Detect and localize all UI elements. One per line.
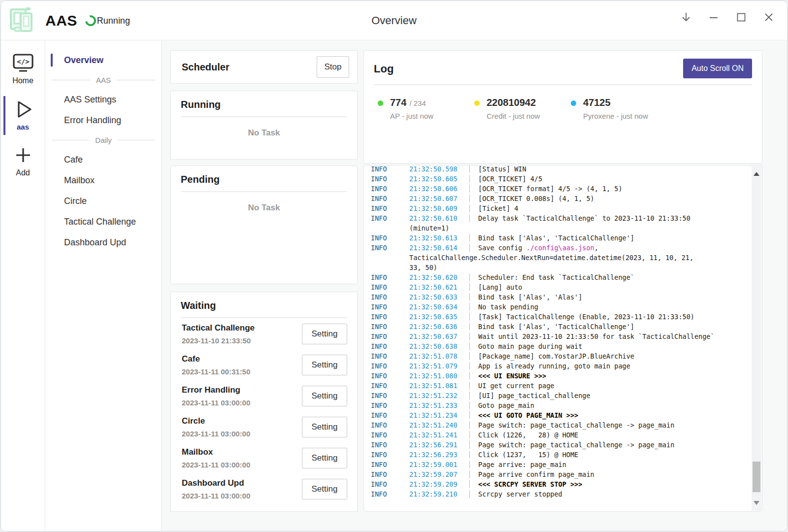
code-monitor-icon: </> <box>12 53 34 73</box>
log-message: Bind task ['Alas', 'TacticalChallenge'] <box>478 233 744 243</box>
log-line: INFO21:32:59.210Scrcpy server stopped <box>371 489 744 499</box>
log-level: INFO <box>371 322 409 332</box>
log-header-card: Log Auto Scroll ON 774/ 234AP - just now… <box>363 50 762 164</box>
task-name: Circle <box>182 416 250 426</box>
log-timestamp: 21:32:50.621 <box>409 282 469 292</box>
log-panel[interactable]: INFO21:32:50.598[Status] WININFO21:32:50… <box>363 165 762 512</box>
log-line: INFO21:32:51.241Click (1226, 28) @ HOME <box>371 430 744 440</box>
close-button[interactable] <box>758 7 779 28</box>
log-separator <box>469 234 470 242</box>
log-level: INFO <box>371 381 409 391</box>
sidebar-item-dashboard-upd[interactable]: Dashboard Upd <box>46 232 161 253</box>
log-timestamp: 21:32:56.293 <box>409 450 469 460</box>
log-line: INFO21:32:50.636Bind task ['Alas', 'Tact… <box>371 322 744 332</box>
rail-item-add[interactable]: Add <box>1 145 45 177</box>
log-separator <box>469 185 470 193</box>
log-level: INFO <box>371 203 409 213</box>
log-line: INFO21:32:51.240Page switch: page_tactic… <box>371 420 744 430</box>
log-separator <box>469 165 470 173</box>
waiting-task-row: Tactical Challenge2023-11-10 21:33:50Set… <box>181 318 347 349</box>
log-timestamp: 21:32:50.633 <box>409 292 469 302</box>
app-rail: </> Home aas Add <box>1 41 45 531</box>
running-spinner-icon <box>83 13 98 29</box>
task-setting-button[interactable]: Setting <box>302 479 347 499</box>
waiting-task-row: Cafe2023-11-11 00:31:50Setting <box>181 349 347 380</box>
divider-line <box>117 80 155 80</box>
sidebar-item-overview[interactable]: Overview <box>46 50 161 70</box>
close-icon <box>763 11 775 23</box>
minimize-button[interactable] <box>703 7 724 28</box>
task-next-run-time: 2023-11-11 03:00:00 <box>182 461 250 469</box>
task-next-run-time: 2023-11-10 21:33:50 <box>182 336 255 345</box>
log-message: Page arrive confirm page_main <box>478 469 744 479</box>
auto-scroll-toggle-button[interactable]: Auto Scroll ON <box>683 59 752 78</box>
stat-dot <box>378 100 383 106</box>
log-line: INFO21:32:56.293Click (1237, 15) @ HOME <box>371 450 744 460</box>
log-timestamp: 21:32:59.001 <box>409 460 469 469</box>
app-window: AAS Running Overview </> <box>0 0 788 532</box>
task-setting-button[interactable]: Setting <box>302 386 347 406</box>
log-timestamp: 21:32:50.607 <box>409 194 469 203</box>
sidebar-item-circle[interactable]: Circle <box>46 191 161 211</box>
rail-label-aas: aas <box>17 123 29 131</box>
stat-label: AP - just now <box>390 112 433 120</box>
scrollbar-up-arrow-icon[interactable] <box>754 172 759 176</box>
dashboard-stat: 774/ 234AP - just now <box>378 97 474 120</box>
scrollbar-thumb[interactable] <box>753 462 760 492</box>
log-message: App is already running, goto main page <box>478 361 744 371</box>
log-timestamp: 21:32:50.614 <box>409 243 469 253</box>
task-setting-button[interactable]: Setting <box>302 417 347 437</box>
sidebar-item-tactical-challenge[interactable]: Tactical Challenge <box>46 211 161 232</box>
log-separator <box>469 214 470 222</box>
sidebar-item-mailbox[interactable]: Mailbox <box>46 170 161 191</box>
log-message: Wait until 2023-11-10 21:33:50 for task … <box>478 332 744 341</box>
sidebar-item-error-handling[interactable]: Error Handling <box>46 110 161 131</box>
log-level: INFO <box>371 332 409 341</box>
log-line: INFO21:32:51.079App is already running, … <box>371 361 744 371</box>
sidebar-item-aas-settings[interactable]: AAS Settings <box>46 89 161 110</box>
log-timestamp: 21:32:50.634 <box>409 302 469 312</box>
log-message: Click (1226, 28) @ HOME <box>478 430 744 440</box>
rail-item-home[interactable]: </> Home <box>1 53 45 85</box>
nav-group-divider-aas: AAS <box>46 70 161 89</box>
log-separator <box>469 411 470 419</box>
waiting-task-info: Error Handling2023-11-11 03:00:00 <box>182 385 250 407</box>
divider <box>181 116 347 117</box>
log-separator <box>469 342 470 350</box>
rail-item-aas[interactable]: aas <box>1 99 45 131</box>
task-setting-button[interactable]: Setting <box>302 324 347 344</box>
log-level: INFO <box>371 351 409 361</box>
log-line: INFO21:32:50.610Delay task `TacticalChal… <box>371 213 744 223</box>
download-arrow-icon <box>680 11 692 23</box>
waiting-task-info: Tactical Challenge2023-11-10 21:33:50 <box>182 323 255 345</box>
pending-title: Pending <box>181 174 347 185</box>
log-message: [OCR_TICKET format] 4/5 -> (4, 1, 5) <box>478 184 744 194</box>
maximize-button[interactable] <box>731 7 752 28</box>
log-timestamp: 21:32:50.598 <box>409 165 469 174</box>
config-sidenav: OverviewAASAAS SettingsError HandlingDai… <box>46 41 161 531</box>
log-line: INFO21:32:50.598[Status] WIN <box>371 165 744 174</box>
task-next-run-time: 2023-11-11 03:00:00 <box>182 399 250 407</box>
waiting-task-row: Dashboard Upd2023-11-11 03:00:00Setting <box>181 473 347 504</box>
log-line: INFO21:32:59.001Page arrive: page_main <box>371 460 744 469</box>
update-download-button[interactable] <box>676 7 696 28</box>
log-line: INFO21:32:50.606[OCR_TICKET format] 4/5 … <box>371 184 744 194</box>
log-timestamp: 21:32:50.606 <box>409 184 469 194</box>
scheduler-stop-button[interactable]: Stop <box>317 56 349 78</box>
log-timestamp: 21:32:50.638 <box>409 341 469 351</box>
log-level: INFO <box>371 400 409 410</box>
log-line-continuation: TacticalChallenge.Scheduler.NextRun=date… <box>371 253 744 263</box>
app-logo-icon <box>7 6 35 35</box>
log-timestamp: 21:32:50.636 <box>409 322 469 332</box>
sidebar-item-cafe[interactable]: Cafe <box>46 149 161 170</box>
waiting-task-info: Dashboard Upd2023-11-11 03:00:00 <box>182 478 250 500</box>
task-next-run-time: 2023-11-11 03:00:00 <box>182 492 250 500</box>
stat-value: 220810942 <box>487 97 536 108</box>
log-level: INFO <box>371 302 409 312</box>
task-setting-button[interactable]: Setting <box>302 448 347 468</box>
log-timestamp: 21:32:50.610 <box>409 213 469 223</box>
task-setting-button[interactable]: Setting <box>302 355 347 375</box>
task-name: Dashboard Upd <box>182 478 250 488</box>
log-separator <box>469 372 470 380</box>
scrollbar-down-arrow-icon[interactable] <box>754 501 759 505</box>
